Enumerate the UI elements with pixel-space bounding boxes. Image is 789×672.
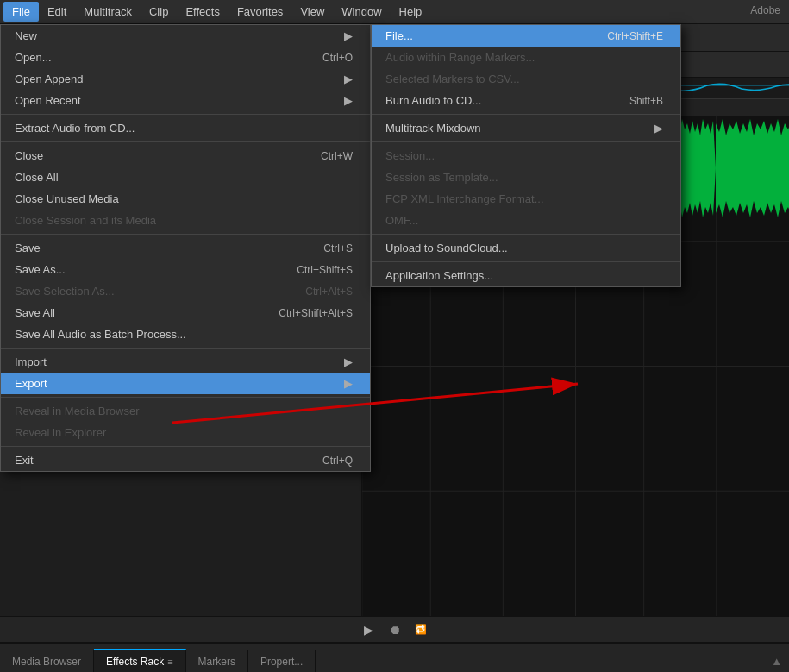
menu-item-open-recent[interactable]: Open Recent ▶ [1,90,370,111]
menu-item-close-all[interactable]: Close All [1,166,370,188]
close-unused-label: Close Unused Media [15,192,119,205]
menu-view[interactable]: View [291,2,333,22]
export-file-shortcut: Ctrl+Shift+E [607,30,663,42]
save-as-label: Save As... [15,263,66,276]
export-session-label: Session... [385,149,435,162]
export-app-settings[interactable]: Application Settings... [372,265,680,286]
menu-sep-6 [1,446,370,447]
record-button[interactable]: ⏺ [385,620,404,639]
file-menu-dropdown: New ▶ Open... Ctrl+O Open Append ▶ Open … [0,24,371,472]
tab-effects-rack[interactable]: Effects Rack ≡ [94,649,186,672]
menu-item-exit[interactable]: Exit Ctrl+Q [1,449,370,471]
menu-favorites[interactable]: Favorites [229,2,291,22]
menu-multitrack[interactable]: Multitrack [75,2,141,22]
export-session-template-label: Session as Template... [385,171,498,184]
new-label: New [15,29,37,42]
adobe-branding: Adobe [750,4,780,16]
export-sep-2 [372,141,680,142]
export-fcp-xml: FCP XML Interchange Format... [372,188,680,210]
export-soundcloud-label: Upload to SoundCloud... [385,242,508,254]
effects-rack-menu-icon[interactable]: ≡ [167,656,172,667]
menu-bar: File Edit Multitrack Clip Effects Favori… [0,0,789,24]
extract-label: Extract Audio from CD... [15,122,135,135]
export-fcp-xml-label: FCP XML Interchange Format... [385,192,544,205]
bottom-tabs: Media Browser Effects Rack ≡ Markers Pro… [0,644,789,672]
loop-button[interactable]: 🔁 [411,620,430,639]
tab-markers[interactable]: Markers [186,650,248,672]
export-audio-range-label: Audio within Range Markers... [385,51,535,64]
menu-edit[interactable]: Edit [39,2,75,22]
effects-rack-label: Effects Rack [106,656,164,668]
export-submenu: File... Ctrl+Shift+E Audio within Range … [371,24,681,287]
export-sep-1 [372,114,680,115]
menu-item-save-batch[interactable]: Save All Audio as Batch Process... [1,323,370,345]
menu-item-save[interactable]: Save Ctrl+S [1,237,370,259]
menu-item-close-session: Close Session and its Media [1,210,370,231]
tab-properties[interactable]: Propert... [248,650,316,672]
open-append-label: Open Append [15,72,84,85]
export-sep-3 [372,234,680,235]
export-app-settings-label: Application Settings... [385,269,493,282]
menu-item-reveal-explorer: Reveal in Explorer [1,422,370,443]
menu-item-save-all[interactable]: Save All Ctrl+Shift+Alt+S [1,302,370,323]
export-omf: OMF... [372,210,680,231]
close-session-label: Close Session and its Media [15,214,156,227]
menu-effects[interactable]: Effects [177,2,229,22]
menu-window[interactable]: Window [333,2,390,22]
save-all-shortcut: Ctrl+Shift+Alt+S [279,307,353,319]
menu-item-close[interactable]: Close Ctrl+W [1,145,370,166]
menu-item-import[interactable]: Import ▶ [1,351,370,373]
reveal-media-label: Reveal in Media Browser [15,405,140,418]
export-burn-cd[interactable]: Burn Audio to CD... Shift+B [372,90,680,111]
tab-media-browser[interactable]: Media Browser [0,650,94,672]
menu-item-close-unused[interactable]: Close Unused Media [1,188,370,210]
mixdown-arrow: ▶ [654,122,663,135]
menu-sep-3 [1,234,370,235]
menu-item-export[interactable]: Export ▶ [1,373,370,394]
menu-help[interactable]: Help [391,2,431,22]
new-arrow: ▶ [344,29,353,42]
transport-bar: ▶ ⏺ 🔁 [0,616,789,642]
exit-shortcut: Ctrl+Q [322,455,353,467]
menu-item-extract[interactable]: Extract Audio from CD... [1,117,370,139]
export-burn-cd-label: Burn Audio to CD... [385,94,481,107]
export-omf-label: OMF... [385,214,418,227]
save-as-shortcut: Ctrl+Shift+S [297,264,353,276]
save-label: Save [15,242,41,254]
export-mixdown[interactable]: Multitrack Mixdown ▶ [372,117,680,139]
menu-clip[interactable]: Clip [141,2,177,22]
export-audio-range: Audio within Range Markers... [372,47,680,68]
import-arrow: ▶ [344,355,353,368]
menu-item-open-append[interactable]: Open Append ▶ [1,68,370,90]
export-sep-4 [372,261,680,262]
export-label: Export [15,377,47,390]
export-session: Session... [372,145,680,166]
menu-item-open[interactable]: Open... Ctrl+O [1,47,370,68]
open-append-arrow: ▶ [344,72,353,85]
export-file-label: File... [385,29,413,42]
export-markers-csv-label: Selected Markers to CSV... [385,72,520,85]
reveal-explorer-label: Reveal in Explorer [15,426,106,439]
menu-sep-2 [1,141,370,142]
export-mixdown-label: Multitrack Mixdown [385,122,481,135]
save-batch-label: Save All Audio as Batch Process... [15,328,186,341]
menu-item-new[interactable]: New ▶ [1,25,370,47]
menu-item-save-as[interactable]: Save As... Ctrl+Shift+S [1,259,370,280]
menu-sep-5 [1,397,370,398]
menu-item-save-selection: Save Selection As... Ctrl+Alt+S [1,280,370,302]
open-recent-label: Open Recent [15,94,81,107]
play-button[interactable]: ▶ [360,620,379,639]
bottom-panel-expand[interactable]: ▲ [764,650,789,672]
close-all-label: Close All [15,171,59,184]
menu-sep-4 [1,348,370,349]
export-markers-csv: Selected Markers to CSV... [372,68,680,90]
export-session-template: Session as Template... [372,166,680,188]
export-file[interactable]: File... Ctrl+Shift+E [372,25,680,47]
close-label: Close [15,149,43,162]
export-soundcloud[interactable]: Upload to SoundCloud... [372,237,680,259]
open-shortcut: Ctrl+O [322,52,353,64]
menu-item-reveal-media: Reveal in Media Browser [1,400,370,422]
save-shortcut: Ctrl+S [323,242,353,254]
menu-file[interactable]: File [3,2,39,22]
menu-sep-1 [1,114,370,115]
